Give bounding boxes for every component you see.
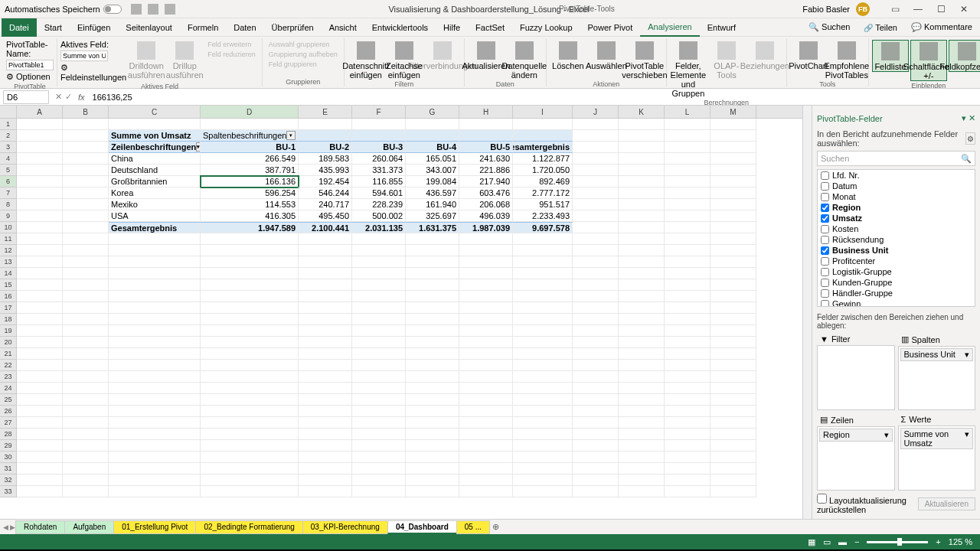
cell[interactable] [109, 302, 201, 314]
data-cell[interactable]: 116.855 [352, 176, 406, 187]
cell[interactable] [513, 268, 573, 279]
tab-fuzzy[interactable]: Fuzzy Lookup [512, 18, 580, 37]
cell[interactable] [63, 268, 109, 279]
cell[interactable] [513, 463, 573, 474]
row-label-cell[interactable]: Korea [109, 187, 201, 199]
cell[interactable] [63, 406, 109, 417]
cell[interactable] [299, 463, 352, 474]
redo-icon[interactable] [165, 4, 175, 15]
cell[interactable] [619, 360, 665, 371]
cell[interactable] [406, 394, 459, 406]
cell[interactable] [63, 452, 109, 463]
cell[interactable] [459, 130, 513, 142]
cell[interactable] [299, 233, 352, 245]
cell[interactable] [459, 337, 513, 348]
cell[interactable] [710, 302, 756, 314]
col-header-A[interactable]: A [17, 106, 63, 118]
cell[interactable] [513, 383, 573, 394]
cancel-formula-icon[interactable]: ✕ [55, 92, 62, 102]
cell[interactable] [299, 394, 352, 406]
cell[interactable] [406, 452, 459, 463]
cell[interactable] [619, 142, 665, 153]
cell[interactable] [406, 348, 459, 360]
cell[interactable] [63, 474, 109, 486]
cell[interactable] [406, 463, 459, 474]
total-cell[interactable]: 2.031.135 [352, 222, 406, 233]
cell[interactable] [619, 463, 665, 474]
active-field-input[interactable] [60, 51, 108, 61]
cell[interactable] [299, 383, 352, 394]
cell[interactable] [17, 130, 63, 142]
data-cell[interactable]: 161.940 [406, 199, 459, 210]
cell[interactable] [109, 291, 201, 302]
cell[interactable] [665, 360, 710, 371]
cell[interactable] [17, 394, 63, 406]
tab-file[interactable]: Datei [2, 18, 37, 37]
name-box[interactable]: D6 [3, 90, 49, 104]
save-icon[interactable] [131, 4, 142, 15]
cell[interactable] [299, 429, 352, 440]
cell[interactable] [352, 130, 406, 142]
tab-developer[interactable]: Entwicklertools [364, 18, 436, 37]
cell[interactable] [17, 153, 63, 165]
cell[interactable] [17, 291, 63, 302]
cell[interactable] [201, 371, 299, 383]
cell[interactable] [665, 302, 710, 314]
cell[interactable] [573, 314, 619, 325]
cell[interactable] [573, 325, 619, 337]
cell[interactable] [299, 417, 352, 429]
select-all-corner[interactable] [0, 106, 17, 118]
row-header-26[interactable]: 26 [0, 406, 17, 417]
cell[interactable] [299, 256, 352, 268]
cell[interactable] [619, 119, 665, 130]
col-header-cell[interactable]: BU-5 [459, 142, 513, 153]
cell[interactable] [352, 291, 406, 302]
row-header-19[interactable]: 19 [0, 325, 17, 337]
data-cell[interactable]: 240.717 [299, 199, 352, 210]
cell[interactable] [299, 130, 352, 142]
col-header-cell[interactable]: BU-2 [299, 142, 352, 153]
field-checkbox[interactable] [821, 193, 829, 201]
cell[interactable] [17, 383, 63, 394]
cell[interactable] [109, 371, 201, 383]
cell[interactable] [109, 452, 201, 463]
cell[interactable] [710, 222, 756, 233]
field-item[interactable]: Datum [818, 181, 975, 191]
cell[interactable] [63, 176, 109, 187]
cell[interactable] [619, 314, 665, 325]
cell[interactable] [63, 486, 109, 497]
row-label-cell[interactable]: Mexiko [109, 199, 201, 210]
cell[interactable] [63, 360, 109, 371]
cell[interactable] [17, 268, 63, 279]
cell[interactable] [63, 210, 109, 222]
field-item[interactable]: Kosten [818, 223, 975, 234]
data-cell[interactable]: 596.254 [201, 187, 299, 199]
cell[interactable] [63, 325, 109, 337]
col-header-D[interactable]: D [201, 106, 299, 118]
minimize-icon[interactable]: ― [906, 2, 929, 17]
cell[interactable] [710, 394, 756, 406]
cell[interactable] [299, 406, 352, 417]
cell[interactable] [299, 314, 352, 325]
cell[interactable] [109, 429, 201, 440]
page-break-view-icon[interactable]: ▬ [838, 537, 847, 546]
cell[interactable] [665, 417, 710, 429]
cell[interactable] [513, 417, 573, 429]
cell[interactable] [573, 406, 619, 417]
cell[interactable] [710, 187, 756, 199]
cell[interactable] [63, 291, 109, 302]
cell[interactable] [619, 394, 665, 406]
tab-insert[interactable]: Einfügen [70, 18, 118, 37]
data-cell[interactable]: 206.068 [459, 199, 513, 210]
undo-icon[interactable] [148, 4, 158, 15]
vertical-scrollbar[interactable] [802, 106, 812, 519]
cell[interactable] [17, 429, 63, 440]
pivot-options-button[interactable]: ⚙ Optionen [6, 72, 54, 82]
field-item[interactable]: Lfd. Nr. [818, 170, 975, 181]
sheet-tab[interactable]: 02_Bedingte Formatierung [195, 520, 302, 534]
cell[interactable] [459, 348, 513, 360]
cols-label-cell[interactable]: Spaltenbeschriftungen▾ [201, 130, 299, 142]
cell[interactable] [710, 337, 756, 348]
headers-button[interactable]: Feldkopfzeilen [949, 40, 980, 72]
tab-data[interactable]: Daten [226, 18, 263, 37]
